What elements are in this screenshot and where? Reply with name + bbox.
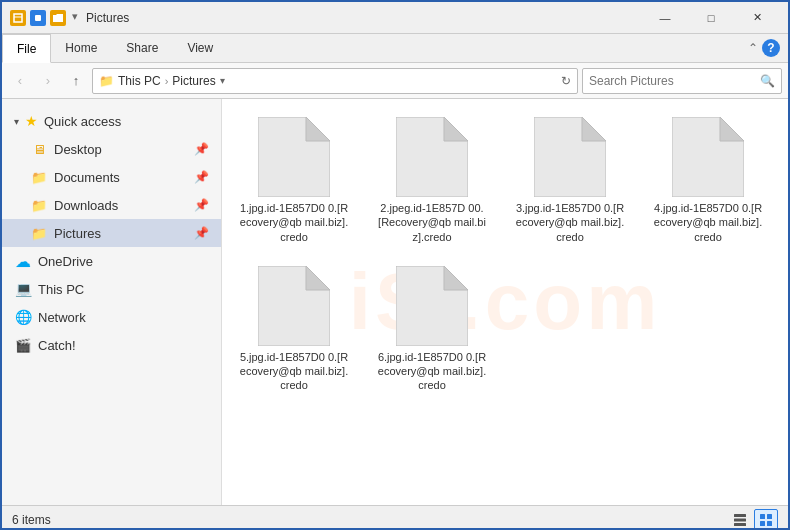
sidebar-catch-label: Catch! xyxy=(38,338,76,353)
svg-rect-0 xyxy=(14,14,22,22)
ribbon: File Home Share View ⌃ ? xyxy=(2,34,788,63)
title-bar: ▾ Pictures — □ ✕ xyxy=(2,2,788,34)
sidebar: ▾ ★ Quick access 🖥 Desktop 📌 📁 Documents… xyxy=(2,99,222,505)
file-name-2: 2.jpeg.id-1E857D 00.[Recovery@qb mail.bi… xyxy=(376,201,488,244)
svg-marker-3 xyxy=(258,117,330,197)
file-name-1: 1.jpg.id-1E857D0 0.[Recovery@qb mail.biz… xyxy=(238,201,350,244)
search-input[interactable] xyxy=(589,74,756,88)
file-icon-5 xyxy=(258,266,330,346)
sidebar-item-downloads[interactable]: 📁 Downloads 📌 xyxy=(2,191,221,219)
app-icon-yellow xyxy=(10,10,26,26)
file-icon-4 xyxy=(672,117,744,197)
quick-access-chevron: ▾ xyxy=(14,116,19,127)
downloads-icon: 📁 xyxy=(30,196,48,214)
sidebar-desktop-label: Desktop xyxy=(54,142,102,157)
file-item-6[interactable]: 6.jpg.id-1E857D0 0.[Recovery@qb mail.biz… xyxy=(372,260,492,399)
window-controls: — □ ✕ xyxy=(642,2,780,34)
svg-marker-12 xyxy=(306,266,330,290)
item-count: 6 items xyxy=(12,513,51,527)
file-name-5: 5.jpg.id-1E857D0 0.[Recovery@qb mail.biz… xyxy=(238,350,350,393)
path-pictures: Pictures xyxy=(172,74,215,88)
file-item-3[interactable]: 3.jpg.id-1E857D0 0.[Recovery@qb mail.biz… xyxy=(510,111,630,250)
path-chevron-icon[interactable]: ▾ xyxy=(220,75,225,86)
pin-icon-downloads: 📌 xyxy=(194,198,209,212)
tab-view[interactable]: View xyxy=(173,34,228,62)
svg-marker-11 xyxy=(258,266,330,346)
path-thispc: This PC xyxy=(118,74,161,88)
svg-rect-21 xyxy=(767,521,772,526)
ribbon-chevron-icon[interactable]: ⌃ xyxy=(748,41,758,55)
svg-rect-2 xyxy=(35,15,41,21)
sidebar-item-thispc[interactable]: 💻 This PC xyxy=(2,275,221,303)
search-icon: 🔍 xyxy=(760,74,775,88)
sidebar-item-catch[interactable]: 🎬 Catch! xyxy=(2,331,221,359)
svg-marker-9 xyxy=(672,117,744,197)
file-item-2[interactable]: 2.jpeg.id-1E857D 00.[Recovery@qb mail.bi… xyxy=(372,111,492,250)
file-name-4: 4.jpg.id-1E857D0 0.[Recovery@qb mail.biz… xyxy=(652,201,764,244)
sidebar-documents-label: Documents xyxy=(54,170,120,185)
title-dropdown-arrow[interactable]: ▾ xyxy=(72,10,78,26)
file-icon-3 xyxy=(534,117,606,197)
pin-icon-desktop: 📌 xyxy=(194,142,209,156)
svg-rect-19 xyxy=(767,514,772,519)
file-icon-2 xyxy=(396,117,468,197)
svg-rect-16 xyxy=(734,518,746,521)
sidebar-pictures-label: Pictures xyxy=(54,226,101,241)
sidebar-item-network[interactable]: 🌐 Network xyxy=(2,303,221,331)
svg-marker-5 xyxy=(396,117,468,197)
svg-marker-10 xyxy=(720,117,744,141)
address-bar: ‹ › ↑ 📁 This PC › Pictures ▾ ↻ 🔍 xyxy=(2,63,788,99)
tab-share[interactable]: Share xyxy=(112,34,173,62)
svg-marker-8 xyxy=(582,117,606,141)
path-sep1: › xyxy=(165,75,169,87)
file-name-3: 3.jpg.id-1E857D0 0.[Recovery@qb mail.biz… xyxy=(514,201,626,244)
sidebar-quick-access[interactable]: ▾ ★ Quick access xyxy=(2,107,221,135)
help-icon[interactable]: ? xyxy=(762,39,780,57)
quick-access-label: Quick access xyxy=(44,114,121,129)
file-icon-1 xyxy=(258,117,330,197)
star-icon: ★ xyxy=(25,113,38,129)
ribbon-tabs: File Home Share View ⌃ ? xyxy=(2,34,788,62)
file-icon-6 xyxy=(396,266,468,346)
sidebar-item-onedrive[interactable]: ☁ OneDrive xyxy=(2,247,221,275)
pin-icon-pictures: 📌 xyxy=(194,226,209,240)
search-box[interactable]: 🔍 xyxy=(582,68,782,94)
tab-home[interactable]: Home xyxy=(51,34,112,62)
svg-rect-17 xyxy=(734,523,746,526)
maximize-button[interactable]: □ xyxy=(688,2,734,34)
documents-icon: 📁 xyxy=(30,168,48,186)
file-item-4[interactable]: 4.jpg.id-1E857D0 0.[Recovery@qb mail.biz… xyxy=(648,111,768,250)
thispc-icon: 💻 xyxy=(14,280,32,298)
sidebar-thispc-label: This PC xyxy=(38,282,84,297)
back-button[interactable]: ‹ xyxy=(8,69,32,93)
address-path[interactable]: 📁 This PC › Pictures ▾ ↻ xyxy=(92,68,578,94)
pictures-icon: 📁 xyxy=(30,224,48,242)
list-view-button[interactable] xyxy=(728,509,752,531)
title-bar-icons: ▾ xyxy=(10,10,78,26)
onedrive-icon: ☁ xyxy=(14,252,32,270)
file-area: iSi.com 1.jpg.id-1E857D0 0.[Recovery@qb … xyxy=(222,99,788,505)
sidebar-network-label: Network xyxy=(38,310,86,325)
large-icons-view-button[interactable] xyxy=(754,509,778,531)
app-icon-folder xyxy=(50,10,66,26)
sidebar-item-documents[interactable]: 📁 Documents 📌 xyxy=(2,163,221,191)
up-button[interactable]: ↑ xyxy=(64,69,88,93)
path-refresh-icon[interactable]: ↻ xyxy=(561,74,571,88)
svg-marker-7 xyxy=(534,117,606,197)
tab-file[interactable]: File xyxy=(2,34,51,63)
forward-button[interactable]: › xyxy=(36,69,60,93)
sidebar-item-pictures[interactable]: 📁 Pictures 📌 xyxy=(2,219,221,247)
network-icon: 🌐 xyxy=(14,308,32,326)
svg-rect-18 xyxy=(760,514,765,519)
view-buttons xyxy=(728,509,778,531)
file-item-1[interactable]: 1.jpg.id-1E857D0 0.[Recovery@qb mail.biz… xyxy=(234,111,354,250)
sidebar-downloads-label: Downloads xyxy=(54,198,118,213)
minimize-button[interactable]: — xyxy=(642,2,688,34)
file-item-5[interactable]: 5.jpg.id-1E857D0 0.[Recovery@qb mail.biz… xyxy=(234,260,354,399)
svg-marker-6 xyxy=(444,117,468,141)
sidebar-item-desktop[interactable]: 🖥 Desktop 📌 xyxy=(2,135,221,163)
pin-icon-documents: 📌 xyxy=(194,170,209,184)
close-button[interactable]: ✕ xyxy=(734,2,780,34)
svg-marker-4 xyxy=(306,117,330,141)
main-area: ▾ ★ Quick access 🖥 Desktop 📌 📁 Documents… xyxy=(2,99,788,505)
